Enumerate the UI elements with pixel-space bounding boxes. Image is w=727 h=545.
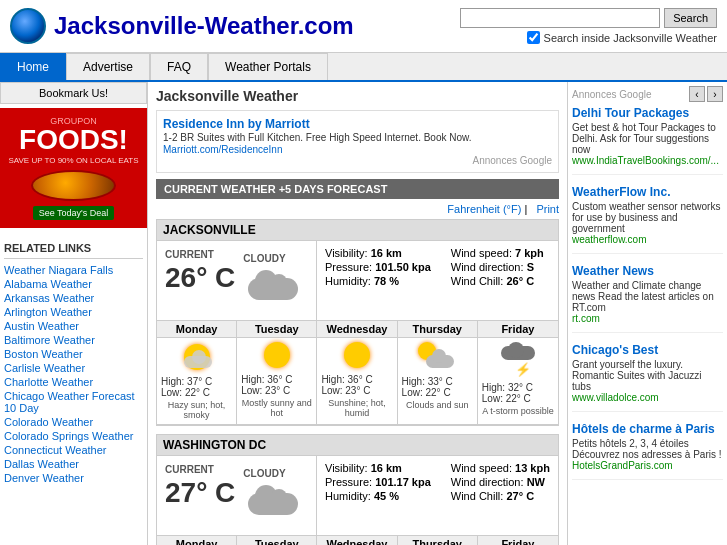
sidebar-link-denver[interactable]: Denver Weather — [4, 471, 143, 485]
washington-current-right: Visibility: 16 km Pressure: 101.17 kpa H… — [317, 456, 558, 535]
sidebar-link-baltimore[interactable]: Baltimore Weather — [4, 333, 143, 347]
sidebar-link-colorado[interactable]: Colorado Weather — [4, 415, 143, 429]
sidebar-link-arlington[interactable]: Arlington Weather — [4, 305, 143, 319]
groupon-ad: GROUPON FOODS! SAVE UP TO 90% ON LOCAL E… — [0, 108, 147, 228]
sidebar-link-connecticut[interactable]: Connecticut Weather — [4, 443, 143, 457]
right-ad-weatherflow: WeatherFlow Inc. Custom weather sensor n… — [572, 185, 723, 254]
search-inside-checkbox[interactable] — [527, 31, 540, 44]
weatherflow-ad-desc: Custom weather sensor networks for use b… — [572, 201, 723, 234]
vis-label: Visibility: — [325, 247, 368, 259]
hum-val: 78 % — [374, 275, 399, 287]
jacksonville-condition-label: CLOUDY — [243, 253, 303, 264]
nav-item-home[interactable]: Home — [0, 53, 66, 80]
jax-tuesday-hi: High: 36° C — [241, 374, 312, 385]
jax-monday-desc: Hazy sun; hot, smoky — [161, 400, 232, 420]
jax-tuesday-icon — [259, 342, 295, 370]
weatherflow-ad-url[interactable]: weatherflow.com — [572, 234, 723, 245]
jacksonville-details-left: Visibility: 16 km Pressure: 101.50 kpa H… — [325, 247, 431, 289]
wc-label: Wind Chill: — [451, 275, 504, 287]
sidebar-link-carlisle[interactable]: Carlisle Weather — [4, 361, 143, 375]
jacksonville-temp: 26° C — [165, 262, 235, 294]
jax-friday-label: Friday — [478, 321, 558, 338]
jax-thursday-hi: High: 33° C — [402, 376, 473, 387]
weather-news-ad-title[interactable]: Weather News — [572, 264, 723, 278]
nav-item-advertise[interactable]: Advertise — [66, 53, 150, 80]
washington-current-left: CURRENT 27° C CLOUDY — [157, 456, 317, 535]
jax-day-tuesday: Tuesday High: 36° C Low: 23° C Mostly su… — [237, 321, 317, 424]
ws-val: 7 kph — [515, 247, 544, 259]
jax-wednesday-lo: Low: 23° C — [321, 385, 392, 396]
washington-current-label: CURRENT — [165, 464, 235, 475]
jacksonville-header: JACKSONVILLE — [157, 220, 558, 241]
jax-wednesday-desc: Sunshine; hot, humid — [321, 398, 392, 418]
pres-label: Pressure: — [325, 261, 372, 273]
w-pres-val: 101.17 kpa — [375, 476, 431, 488]
ws-label: Wind speed: — [451, 247, 512, 259]
delhi-ad-title[interactable]: Delhi Tour Packages — [572, 106, 723, 120]
sidebar-link-chicago[interactable]: Chicago Weather Forecast 10 Day — [4, 389, 143, 415]
fahrenheit-link[interactable]: Fahrenheit (°F) — [447, 203, 521, 215]
sidebar-link-boston[interactable]: Boston Weather — [4, 347, 143, 361]
see-todays-deal-button[interactable]: See Today's Deal — [33, 206, 115, 220]
delhi-ad-desc: Get best & hot Tour Packages to Delhi. A… — [572, 122, 723, 155]
jacksonville-cloud-icon — [243, 268, 303, 308]
ad-link[interactable]: Residence Inn by Marriott — [163, 117, 310, 131]
paris-ad-url[interactable]: HotelsGrandParis.com — [572, 460, 723, 471]
jax-day-wednesday: Wednesday High: 36° C Low: 23° C Sunshin… — [317, 321, 397, 424]
w-pres-label: Pressure: — [325, 476, 372, 488]
weatherflow-ad-title[interactable]: WeatherFlow Inc. — [572, 185, 723, 199]
groupon-subtitle: SAVE UP TO 90% ON LOCAL EATS — [8, 156, 138, 165]
annonces-next-button[interactable]: › — [707, 86, 723, 102]
jacksonville-current-left: CURRENT 26° C CLOUDY — [157, 241, 317, 320]
w-vis-label: Visibility: — [325, 462, 368, 474]
sidebar-link-austin[interactable]: Austin Weather — [4, 319, 143, 333]
dc-friday-label: Friday — [478, 536, 558, 545]
sidebar-link-weather-niagara-falls[interactable]: Weather Niagara Falls — [4, 263, 143, 277]
washington-header: WASHINGTON DC — [157, 435, 558, 456]
links-row: Fahrenheit (°F) | Print — [156, 203, 559, 215]
washington-cloudy-block: CLOUDY — [243, 468, 303, 527]
sidebar-link-colorado-springs[interactable]: Colorado Springs Weather — [4, 429, 143, 443]
main-content: Bookmark Us! GROUPON FOODS! SAVE UP TO 9… — [0, 82, 727, 545]
washington-cloud-icon — [243, 483, 303, 523]
jax-thursday-lo: Low: 22° C — [402, 387, 473, 398]
sidebar-link-alabama[interactable]: Alabama Weather — [4, 277, 143, 291]
paris-ad-title[interactable]: Hôtels de charme à Paris — [572, 422, 723, 436]
paris-ad-desc: Petits hôtels 2, 3, 4 étoiles Découvrez … — [572, 438, 723, 460]
sidebar-link-dallas[interactable]: Dallas Weather — [4, 457, 143, 471]
dc-day-wednesday: Wednesday ⚡ High: 34° C Low: 24° C A p.m… — [317, 536, 397, 545]
weather-news-ad-url[interactable]: rt.com — [572, 313, 723, 324]
chicago-ad-title[interactable]: Chicago's Best — [572, 343, 723, 357]
delhi-ad-url[interactable]: www.IndiaTravelBookings.com/... — [572, 155, 723, 166]
ad-banner: Residence Inn by Marriott 1-2 BR Suites … — [156, 110, 559, 173]
dc-day-tuesday: Tuesday ⚡ High: 31° C Low: 22° C A p.m. … — [237, 536, 317, 545]
annonces-prev-button[interactable]: ‹ — [689, 86, 705, 102]
ad-desc1: 1-2 BR Suites with Full Kitchen. Free Hi… — [163, 132, 472, 143]
search-input[interactable] — [460, 8, 660, 28]
dc-day-friday: Friday ⚡ High: 33° C Low: 21° C A t-stor… — [478, 536, 558, 545]
right-ad-weather-news: Weather News Weather and Climate change … — [572, 264, 723, 333]
weather-news-ad-desc: Weather and Climate change news Read the… — [572, 280, 723, 313]
cloud-main — [248, 278, 298, 300]
chicago-ad-url[interactable]: www.villadolce.com — [572, 392, 723, 403]
right-ad-paris: Hôtels de charme à Paris Petits hôtels 2… — [572, 422, 723, 480]
nav-item-faq[interactable]: FAQ — [150, 53, 208, 80]
nav-item-weather-portals[interactable]: Weather Portals — [208, 53, 328, 80]
separator: | — [524, 203, 530, 215]
jax-wednesday-hi: High: 36° C — [321, 374, 392, 385]
w-ws-label: Wind speed: — [451, 462, 512, 474]
sidebar-link-arkansas[interactable]: Arkansas Weather — [4, 291, 143, 305]
bookmark-button[interactable]: Bookmark Us! — [0, 82, 147, 104]
pizza-image — [31, 170, 116, 201]
jacksonville-forecast-days: Monday High: 37° C Low: 22° C Hazy sun; … — [157, 321, 558, 425]
w-vis-val: 16 km — [371, 462, 402, 474]
logo-link[interactable]: Jacksonville-Weather.com — [54, 12, 354, 40]
sidebar-link-charlotte[interactable]: Charlotte Weather — [4, 375, 143, 389]
right-ad-chicago: Chicago's Best Grant yourself the luxury… — [572, 343, 723, 412]
washington-current-block: CURRENT 27° C — [165, 464, 235, 509]
print-link[interactable]: Print — [536, 203, 559, 215]
search-inside-label: Search inside Jacksonville Weather — [544, 32, 717, 44]
search-button[interactable]: Search — [664, 8, 717, 28]
jax-day-thursday: Thursday High: 33° C Low: 22° C Clouds a… — [398, 321, 478, 424]
jacksonville-current-right: Visibility: 16 km Pressure: 101.50 kpa H… — [317, 241, 558, 320]
